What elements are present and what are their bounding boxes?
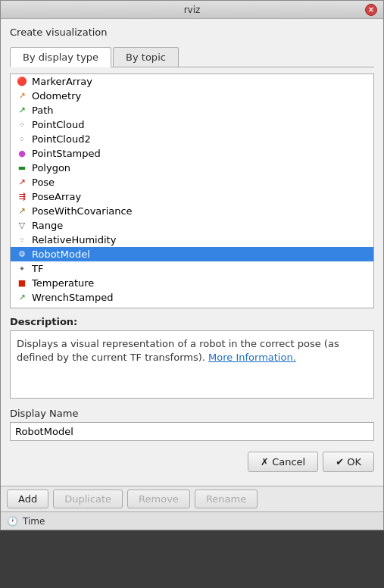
list-item-label: WrenchStamped bbox=[32, 292, 113, 303]
list-item-polygon[interactable]: ▬ Polygon bbox=[11, 161, 373, 175]
description-box: Displays a visual representation of a ro… bbox=[10, 330, 374, 399]
dialog-buttons: ✗ Cancel ✔ OK bbox=[10, 452, 374, 478]
cancel-icon: ✗ bbox=[261, 456, 269, 468]
list-item-markerarray[interactable]: 🔴 MarkerArray bbox=[11, 74, 373, 89]
tab-by-topic[interactable]: By topic bbox=[113, 47, 179, 67]
group-folder-icon: 📁 bbox=[22, 307, 33, 309]
polygon-icon: ▬ bbox=[15, 163, 29, 174]
list-item-range[interactable]: ▽ Range bbox=[11, 218, 373, 233]
display-name-input[interactable] bbox=[10, 422, 374, 441]
list-item-label: TF bbox=[32, 263, 43, 274]
list-item-relativehumidity[interactable]: ⁘ RelativeHumidity bbox=[11, 233, 373, 247]
wrenchstamped-icon: ↗ bbox=[15, 292, 29, 303]
tf-icon: ✦ bbox=[15, 264, 29, 274]
status-bar: 🕐 Time bbox=[1, 511, 383, 530]
pose-icon: ↗ bbox=[15, 177, 29, 188]
list-item-label: RelativeHumidity bbox=[32, 234, 116, 246]
list-item-label: Path bbox=[32, 105, 54, 116]
visualization-list[interactable]: 🔴 MarkerArray ↗ Odometry ↗ Path ⁘ PointC… bbox=[10, 74, 374, 308]
list-item-label: Range bbox=[32, 220, 63, 231]
list-item-label: Pose bbox=[32, 177, 55, 188]
posearray-icon: ⇶ bbox=[15, 192, 29, 202]
list-item-path[interactable]: ↗ Path bbox=[11, 103, 373, 117]
group-arrow: ▾ bbox=[15, 308, 19, 308]
list-item-label: Odometry bbox=[32, 90, 81, 102]
description-label: Description: bbox=[10, 316, 374, 327]
dialog-content: Create visualization By display type By … bbox=[1, 19, 383, 486]
robotmodel-icon: ⚙ bbox=[15, 249, 29, 260]
list-item-label: MarkerArray bbox=[32, 76, 92, 87]
display-name-label: Display Name bbox=[10, 408, 374, 419]
cancel-label: Cancel bbox=[272, 456, 305, 468]
dialog-title: Create visualization bbox=[10, 27, 374, 38]
list-item-odometry[interactable]: ↗ Odometry bbox=[11, 89, 373, 103]
list-item-tf[interactable]: ✦ TF bbox=[11, 261, 373, 276]
list-item-temperature[interactable]: ■ Temperature bbox=[11, 276, 373, 290]
temperature-icon: ■ bbox=[15, 278, 29, 289]
cancel-button[interactable]: ✗ Cancel bbox=[248, 452, 318, 472]
list-item-pointcloud[interactable]: ⁘ PointCloud bbox=[11, 117, 373, 132]
time-icon: 🕐 bbox=[7, 516, 18, 527]
bottom-bar: Add Duplicate Remove Rename bbox=[1, 486, 383, 511]
pointstamped-icon: ● bbox=[15, 149, 29, 159]
list-item-label: PoseArray bbox=[32, 191, 81, 202]
path-icon: ↗ bbox=[15, 105, 29, 116]
relativehumidity-icon: ⁘ bbox=[15, 235, 29, 246]
ok-icon: ✔ bbox=[336, 456, 344, 468]
odometry-icon: ↗ bbox=[15, 91, 29, 102]
list-item-posearray[interactable]: ⇶ PoseArray bbox=[11, 189, 373, 204]
display-name-section: Display Name bbox=[10, 408, 374, 441]
list-item-label: PointCloud2 bbox=[32, 133, 91, 145]
list-item-pointcloud2[interactable]: ⁘ PointCloud2 bbox=[11, 132, 373, 146]
rename-button[interactable]: Rename bbox=[195, 489, 258, 508]
group-label: rviz_plugin_tutorials bbox=[36, 306, 135, 308]
list-item-pose[interactable]: ↗ Pose bbox=[11, 175, 373, 189]
pointcloud-icon: ⁘ bbox=[15, 120, 29, 130]
more-information-link[interactable]: More Information. bbox=[208, 352, 296, 363]
status-label: Time bbox=[23, 516, 45, 527]
list-item-pointstamped[interactable]: ● PointStamped bbox=[11, 146, 373, 161]
posewithcovariance-icon: ↗ bbox=[15, 206, 29, 217]
tab-by-display-type[interactable]: By display type bbox=[10, 47, 111, 67]
list-item-label: PoseWithCovariance bbox=[32, 205, 133, 217]
list-item-wrenchstamped[interactable]: ↗ WrenchStamped bbox=[11, 290, 373, 305]
list-item-label: PointStamped bbox=[32, 148, 101, 159]
list-item-label: PointCloud bbox=[32, 119, 84, 130]
description-section: Description: Displays a visual represent… bbox=[10, 316, 374, 399]
group-rviz-plugin-tutorials[interactable]: ▾ 📁 rviz_plugin_tutorials bbox=[11, 305, 373, 308]
remove-button[interactable]: Remove bbox=[127, 489, 190, 508]
ok-button[interactable]: ✔ OK bbox=[323, 452, 374, 472]
main-window: rviz × Create visualization By display t… bbox=[0, 0, 384, 530]
duplicate-button[interactable]: Duplicate bbox=[53, 489, 123, 508]
pointcloud2-icon: ⁘ bbox=[15, 134, 29, 145]
list-item-label: Temperature bbox=[32, 277, 94, 289]
window-title: rviz bbox=[19, 5, 365, 15]
close-button[interactable]: × bbox=[365, 4, 377, 16]
range-icon: ▽ bbox=[15, 220, 29, 231]
titlebar: rviz × bbox=[1, 1, 383, 19]
add-button[interactable]: Add bbox=[7, 489, 48, 508]
list-item-robotmodel[interactable]: ⚙ RobotModel bbox=[11, 247, 373, 261]
ok-label: OK bbox=[347, 456, 361, 468]
tab-bar: By display type By topic bbox=[10, 47, 374, 67]
list-item-label: Polygon bbox=[32, 162, 70, 174]
list-item-label: RobotModel bbox=[32, 249, 90, 260]
list-item-posewithcovariance[interactable]: ↗ PoseWithCovariance bbox=[11, 204, 373, 218]
markerarray-icon: 🔴 bbox=[15, 77, 29, 87]
